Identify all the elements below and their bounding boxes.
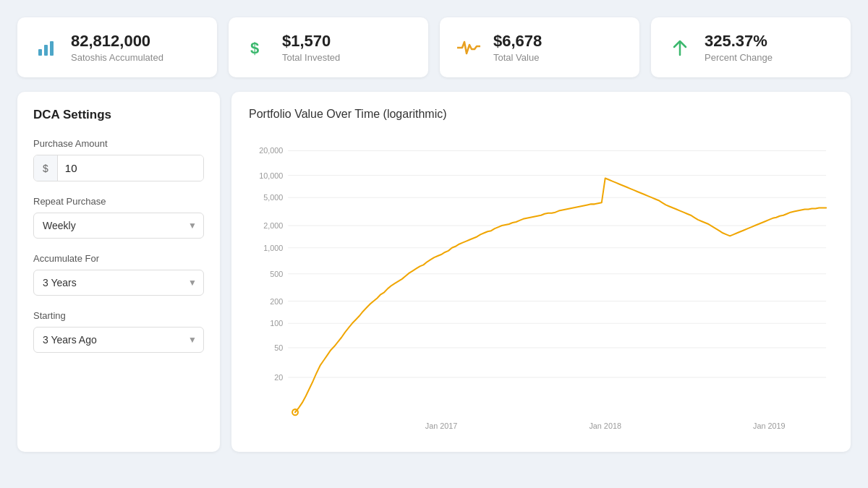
main-row: DCA Settings Purchase Amount $ .00 Repea… (17, 92, 851, 452)
satoshis-card: 82,812,000 Satoshis Accumulated (17, 17, 217, 77)
svg-text:5,000: 5,000 (263, 193, 283, 202)
svg-text:100: 100 (270, 320, 283, 328)
svg-text:20,000: 20,000 (259, 146, 283, 155)
purchase-amount-label: Purchase Amount (33, 138, 204, 149)
portfolio-chart: 20,000 10,000 5,000 2,000 1,000 500 200 … (249, 132, 833, 436)
percent-change-card-content: 325.37% Percent Change (705, 32, 773, 63)
svg-text:2,000: 2,000 (263, 221, 283, 230)
percent-change-label: Percent Change (705, 52, 773, 63)
svg-text:20: 20 (274, 373, 283, 382)
svg-text:Jan 2019: Jan 2019 (753, 421, 786, 430)
invested-card-content: $1,570 Total Invested (282, 32, 340, 63)
accumulate-for-label: Accumulate For (33, 253, 204, 264)
total-value-value: $6,678 (493, 32, 542, 51)
accumulate-for-group: Accumulate For 1 Year 2 Years 3 Years 5 … (33, 253, 204, 296)
invested-value: $1,570 (282, 32, 340, 51)
svg-text:500: 500 (270, 270, 283, 278)
chart-area: 20,000 10,000 5,000 2,000 1,000 500 200 … (249, 132, 833, 436)
repeat-purchase-select-wrapper: Weekly Daily Monthly ▼ (33, 213, 204, 239)
total-value-label: Total Value (493, 52, 542, 63)
satoshis-card-content: 82,812,000 Satoshis Accumulated (71, 32, 163, 63)
chart-title: Portfolio Value Over Time (logarithmic) (249, 108, 833, 121)
svg-rect-0 (38, 49, 42, 56)
accumulate-for-select[interactable]: 1 Year 2 Years 3 Years 5 Years (33, 270, 204, 296)
svg-rect-1 (44, 45, 48, 56)
settings-title: DCA Settings (33, 108, 204, 122)
purchase-amount-input[interactable] (58, 155, 204, 181)
svg-text:50: 50 (274, 343, 283, 352)
purchase-amount-input-row: $ .00 (33, 155, 204, 181)
starting-select-wrapper: 1 Year Ago 2 Years Ago 3 Years Ago 5 Yea… (33, 327, 204, 353)
svg-text:$: $ (250, 39, 259, 57)
satoshis-value: 82,812,000 (71, 32, 163, 51)
settings-panel: DCA Settings Purchase Amount $ .00 Repea… (17, 92, 220, 452)
purchase-amount-group: Purchase Amount $ .00 (33, 138, 204, 181)
svg-text:1,000: 1,000 (263, 244, 283, 252)
dollar-icon: $ (244, 38, 271, 58)
accumulate-for-select-wrapper: 1 Year 2 Years 3 Years 5 Years ▼ (33, 270, 204, 296)
stat-cards-row: 82,812,000 Satoshis Accumulated $ $1,570… (17, 17, 851, 77)
arrow-up-icon (667, 38, 693, 58)
percent-change-value: 325.37% (705, 32, 773, 51)
svg-text:Jan 2017: Jan 2017 (425, 421, 458, 430)
starting-label: Starting (33, 310, 204, 321)
invested-card: $ $1,570 Total Invested (229, 17, 428, 77)
svg-text:Jan 2018: Jan 2018 (589, 421, 621, 430)
percent-change-card: 325.37% Percent Change (651, 17, 851, 77)
repeat-purchase-group: Repeat Purchase Weekly Daily Monthly ▼ (33, 196, 204, 239)
invested-label: Total Invested (282, 52, 340, 63)
svg-rect-2 (50, 41, 54, 56)
bar-chart-icon (33, 38, 59, 58)
pulse-icon (456, 39, 482, 56)
starting-select[interactable]: 1 Year Ago 2 Years Ago 3 Years Ago 5 Yea… (33, 327, 204, 353)
satoshis-label: Satoshis Accumulated (71, 52, 163, 63)
total-value-card: $6,678 Total Value (440, 17, 639, 77)
purchase-amount-prefix: $ (34, 155, 58, 181)
repeat-purchase-select[interactable]: Weekly Daily Monthly (33, 213, 204, 239)
svg-text:200: 200 (270, 297, 283, 306)
repeat-purchase-label: Repeat Purchase (33, 196, 204, 207)
total-value-card-content: $6,678 Total Value (493, 32, 542, 63)
svg-text:10,000: 10,000 (259, 171, 283, 180)
chart-panel: Portfolio Value Over Time (logarithmic) … (231, 92, 851, 452)
starting-group: Starting 1 Year Ago 2 Years Ago 3 Years … (33, 310, 204, 353)
